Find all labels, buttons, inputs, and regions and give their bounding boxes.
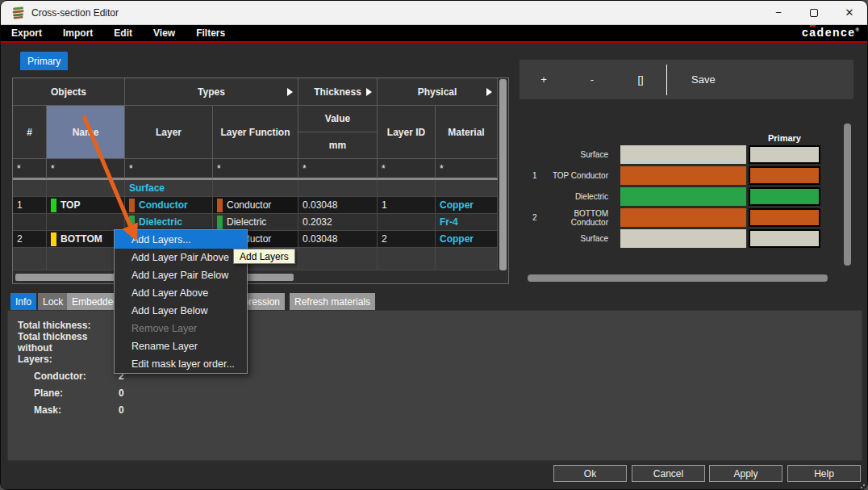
column-header-layer-function[interactable]: Layer Function: [213, 106, 298, 159]
column-group-physical[interactable]: Physical: [378, 78, 498, 106]
filter-cell[interactable]: *: [125, 159, 213, 179]
add-layers-tooltip: Add Layers: [233, 249, 295, 264]
close-icon: ✕: [845, 6, 854, 19]
column-header-material[interactable]: Material: [436, 106, 498, 159]
menu-item-add-layer-above[interactable]: Add Layer Above: [115, 284, 247, 302]
layer-color-chip: [217, 199, 223, 212]
close-button[interactable]: ✕: [832, 1, 867, 24]
apply-button[interactable]: Apply: [709, 465, 782, 482]
menu-filters[interactable]: Filters: [186, 27, 236, 39]
layer-id-cell[interactable]: 1: [378, 197, 436, 214]
layer-cell[interactable]: Conductor: [125, 197, 213, 214]
stack-horizontal-scrollbar-thumb[interactable]: [528, 274, 828, 282]
stack-bar-primary[interactable]: [749, 187, 820, 206]
brackets-button[interactable]: []: [616, 73, 665, 86]
window-title: Cross-section Editor: [31, 7, 119, 19]
num-cell[interactable]: 1: [13, 197, 47, 214]
column-header-value[interactable]: Value mm: [298, 106, 378, 159]
filter-cell[interactable]: *: [298, 159, 378, 179]
menu-item-remove-layer: Remove Layer: [115, 320, 247, 337]
menu-item-add-layer-pair-below[interactable]: Add Layer Pair Below: [115, 266, 247, 284]
layer-cell[interactable]: Dielectric: [125, 214, 213, 231]
layer-function-cell[interactable]: Dielectric: [213, 214, 298, 231]
add-button[interactable]: +: [520, 73, 568, 86]
table-row-bottom: 2 BOTTOM Conductor 0.03048 2 Copper: [13, 231, 498, 248]
menu-item-rename-layer[interactable]: Rename Layer: [115, 337, 247, 355]
menu-item-add-layer-below[interactable]: Add Layer Below: [115, 302, 247, 320]
minimize-button[interactable]: −: [761, 1, 796, 24]
menu-edit[interactable]: Edit: [103, 27, 143, 39]
expand-right-icon[interactable]: [287, 88, 293, 96]
column-group-types[interactable]: Types: [125, 78, 298, 106]
filter-cell[interactable]: *: [213, 159, 298, 179]
num-cell[interactable]: 2: [13, 231, 47, 248]
stack-bar[interactable]: [620, 145, 746, 164]
column-header-num[interactable]: #: [13, 106, 47, 159]
layer-id-cell[interactable]: 2: [378, 231, 436, 248]
resize-grip[interactable]: [858, 484, 865, 490]
layer-color-chip: [217, 216, 223, 229]
menu-item-edit-mask-layer-order[interactable]: Edit mask layer order...: [115, 355, 247, 373]
column-header-name[interactable]: Name: [47, 106, 125, 159]
stack-bar-primary[interactable]: [749, 208, 820, 227]
menu-import[interactable]: Import: [52, 27, 103, 39]
filter-cell[interactable]: *: [47, 159, 125, 179]
stack-toolbar: + - [] Save: [520, 60, 853, 99]
layer-function-cell[interactable]: Conductor: [213, 197, 298, 214]
table-row-top: 1 TOP Conductor Conductor 0.03048 1 Copp…: [13, 197, 498, 214]
help-button[interactable]: Help: [787, 465, 861, 482]
info-label: Layers:: [8, 354, 112, 365]
save-button[interactable]: Save: [669, 73, 716, 86]
layer-cell[interactable]: Surface: [125, 180, 213, 197]
tab-refresh-materials[interactable]: Refresh materials: [290, 293, 375, 310]
expand-right-icon[interactable]: [366, 88, 372, 96]
menu-item-add-layers[interactable]: Add Layers...: [115, 230, 247, 249]
filter-cell[interactable]: *: [378, 159, 436, 179]
stack-bar[interactable]: [620, 187, 746, 206]
stack-bar[interactable]: [620, 208, 746, 227]
tab-info[interactable]: Info: [10, 293, 36, 310]
name-cell[interactable]: TOP: [47, 197, 125, 214]
stack-bar-primary[interactable]: [749, 166, 820, 185]
layer-color-chip: [129, 199, 135, 212]
remove-button[interactable]: -: [568, 73, 616, 86]
filter-cell[interactable]: *: [13, 159, 47, 179]
layer-color-chip: [129, 216, 135, 229]
column-group-objects[interactable]: Objects: [13, 78, 125, 106]
column-group-thickness[interactable]: Thickness: [298, 78, 378, 106]
ok-button[interactable]: Ok: [553, 465, 627, 482]
value-cell[interactable]: 0.2032: [298, 214, 378, 231]
value-cell[interactable]: 0.03048: [298, 197, 378, 214]
menu-item-add-layer-pair-above[interactable]: Add Layer Pair Above: [115, 249, 247, 266]
menu-view[interactable]: View: [143, 27, 186, 39]
stack-bar[interactable]: [620, 229, 746, 248]
table-vertical-scrollbar-thumb[interactable]: [499, 79, 507, 270]
stack-bar-primary[interactable]: [749, 145, 820, 164]
table-vertical-scrollbar: [498, 78, 508, 271]
tab-primary[interactable]: Primary: [20, 52, 68, 70]
info-label: Mask:: [8, 404, 112, 416]
material-cell[interactable]: Copper: [436, 197, 498, 214]
layer-color-chip: [51, 232, 56, 246]
stack-bar-primary[interactable]: [749, 229, 820, 248]
footer: Ok Cancel Apply Help: [1, 465, 868, 489]
tab-lock[interactable]: Lock: [38, 293, 68, 310]
column-header-layer-id[interactable]: Layer ID: [378, 106, 436, 159]
titlebar: Cross-section Editor − ✕: [1, 1, 867, 25]
stack-vertical-scrollbar-thumb[interactable]: [844, 124, 851, 266]
column-header-layer[interactable]: Layer: [125, 106, 213, 159]
cancel-button[interactable]: Cancel: [632, 465, 705, 482]
material-cell[interactable]: Copper: [436, 231, 498, 248]
stack-bar[interactable]: [620, 166, 746, 185]
expand-right-icon[interactable]: [486, 88, 492, 96]
toolbar-separator: [666, 65, 667, 95]
menu-export[interactable]: Export: [1, 27, 52, 39]
layer-color-chip: [51, 199, 56, 212]
maximize-button[interactable]: [796, 1, 832, 24]
value-cell[interactable]: 0.03048: [298, 231, 378, 248]
filter-cell[interactable]: *: [436, 159, 498, 179]
table-row-surface: Surface: [13, 180, 498, 197]
material-cell[interactable]: Fr-4: [436, 214, 498, 231]
layer-context-menu: Add Layers... Add Layer Pair Above Add L…: [114, 229, 248, 374]
menubar: Export Import Edit View Filters cadence®: [1, 25, 867, 41]
